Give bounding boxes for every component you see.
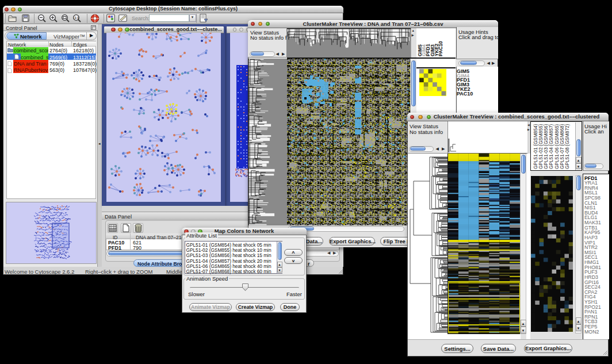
svg-text:PAC10: PAC10	[438, 41, 443, 56]
svg-text:GPL51-08 (GSM872): GPL51-08 (GSM872)	[564, 124, 570, 169]
svg-text:1:1: 1:1	[74, 16, 79, 20]
